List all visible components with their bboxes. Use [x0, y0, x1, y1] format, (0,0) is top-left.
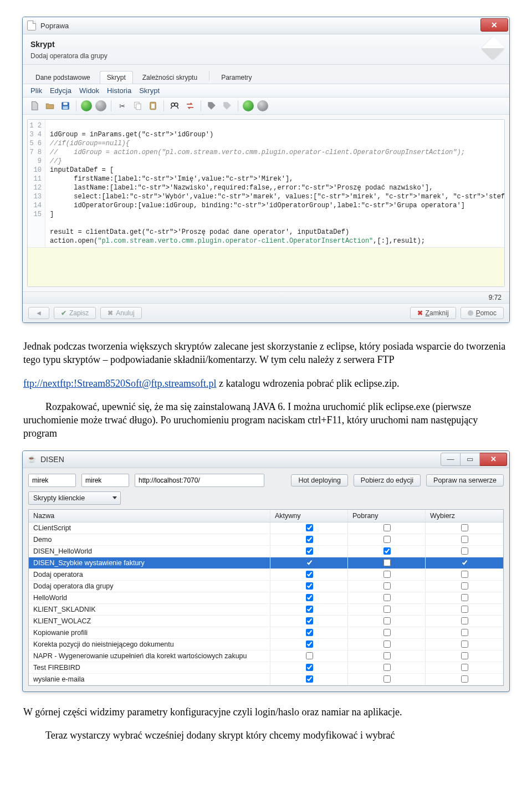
- menu-plik[interactable]: Plik: [30, 86, 42, 95]
- table-row[interactable]: Test FIREBIRD: [29, 662, 503, 674]
- active-checkbox[interactable]: [306, 606, 313, 613]
- active-checkbox[interactable]: [306, 652, 313, 659]
- select-checkbox[interactable]: [461, 559, 468, 566]
- active-checkbox[interactable]: [306, 582, 313, 590]
- col-fetched[interactable]: Pobrany: [348, 510, 426, 521]
- select-checkbox[interactable]: [461, 547, 468, 555]
- table-row[interactable]: DISEN_HelloWorld: [29, 546, 503, 557]
- select-checkbox[interactable]: [461, 594, 468, 601]
- stop-icon[interactable]: [257, 100, 268, 111]
- fetched-checkbox[interactable]: [383, 617, 391, 624]
- table-row[interactable]: HelloWorld: [29, 592, 503, 604]
- tag-icon[interactable]: [206, 100, 218, 112]
- select-checkbox[interactable]: [461, 606, 468, 613]
- col-active[interactable]: Aktywny: [270, 510, 348, 521]
- undo-icon[interactable]: [81, 100, 92, 111]
- table-row[interactable]: CLientScript: [29, 522, 503, 534]
- menu-historia[interactable]: Historia: [107, 86, 131, 95]
- active-checkbox[interactable]: [306, 559, 313, 566]
- titlebar[interactable]: ☕ DISEN — ▭ ✕: [23, 451, 509, 468]
- maximize-button[interactable]: ▭: [461, 453, 480, 466]
- select-checkbox[interactable]: [461, 629, 468, 636]
- select-checkbox[interactable]: [461, 641, 468, 648]
- active-checkbox[interactable]: [306, 547, 313, 555]
- help-button[interactable]: Pomoc: [461, 307, 504, 319]
- fetched-checkbox[interactable]: [383, 594, 391, 601]
- table-row[interactable]: Kopiowanie profili: [29, 627, 503, 639]
- active-checkbox[interactable]: [306, 594, 313, 601]
- tab-1[interactable]: Skrypt: [100, 71, 133, 84]
- fetched-checkbox[interactable]: [383, 629, 391, 636]
- edit-on-server-button[interactable]: Popraw na serwerze: [426, 474, 504, 486]
- fetched-checkbox[interactable]: [383, 571, 391, 578]
- table-row[interactable]: Korekta pozycji do nieistniejącego dokum…: [29, 639, 503, 650]
- table-row[interactable]: wysłanie e-maila: [29, 674, 503, 685]
- run-icon[interactable]: [243, 100, 254, 111]
- fetched-checkbox[interactable]: [383, 582, 391, 590]
- prev-button[interactable]: ◄: [28, 307, 49, 319]
- tab-3[interactable]: Parametry: [214, 71, 259, 84]
- close-button[interactable]: ✖ Zamknij: [410, 307, 456, 319]
- ftp-link[interactable]: ftp://nextftp:!Stream8520Soft@ftp.stream…: [23, 378, 217, 389]
- find-icon[interactable]: [168, 100, 181, 112]
- table-row[interactable]: DISEN_Szybkie wystawienie faktury: [29, 557, 503, 569]
- fetched-checkbox[interactable]: [383, 547, 391, 555]
- table-row[interactable]: Dodaj operatora: [29, 569, 503, 581]
- fetch-for-edit-button[interactable]: Pobierz do edycji: [354, 474, 421, 486]
- col-name[interactable]: Nazwa: [29, 510, 270, 521]
- select-checkbox[interactable]: [461, 571, 468, 578]
- select-checkbox[interactable]: [461, 582, 468, 590]
- paste-icon[interactable]: [147, 100, 159, 112]
- window-close-button[interactable]: ✕: [480, 453, 507, 466]
- select-checkbox[interactable]: [461, 652, 468, 659]
- tag2-icon[interactable]: [221, 100, 233, 112]
- menu-widok[interactable]: Widok: [79, 86, 99, 95]
- open-icon[interactable]: [44, 100, 56, 112]
- fetched-checkbox[interactable]: [383, 641, 391, 648]
- fetched-checkbox[interactable]: [383, 559, 391, 566]
- table-row[interactable]: NAPR - Wygenerowanie uzupełnień dla kore…: [29, 650, 503, 662]
- fetched-checkbox[interactable]: [383, 652, 391, 659]
- code-editor[interactable]: 1 2 3 4 5 6 7 8 9 10 11 12 13 14 15 idGr…: [27, 119, 505, 287]
- active-checkbox[interactable]: [306, 629, 313, 636]
- select-checkbox[interactable]: [461, 664, 468, 671]
- table-row[interactable]: KLIENT_SKLADNIK: [29, 604, 503, 616]
- replace-icon[interactable]: [184, 100, 196, 112]
- fetched-checkbox[interactable]: [383, 664, 391, 671]
- select-checkbox[interactable]: [461, 536, 468, 543]
- active-checkbox[interactable]: [306, 641, 313, 648]
- cancel-button[interactable]: ✖ Anuluj: [100, 307, 141, 319]
- active-checkbox[interactable]: [306, 524, 313, 531]
- select-checkbox[interactable]: [461, 675, 468, 683]
- col-select[interactable]: Wybierz: [426, 510, 503, 521]
- hot-deploying-button[interactable]: Hot deploying: [291, 474, 347, 486]
- password-input[interactable]: [81, 474, 129, 487]
- tab-2[interactable]: Zależności skryptu: [135, 71, 204, 84]
- select-checkbox[interactable]: [461, 524, 468, 531]
- active-checkbox[interactable]: [306, 664, 313, 671]
- menu-edycja[interactable]: Edycja: [50, 86, 71, 95]
- url-input[interactable]: [135, 474, 264, 487]
- fetched-checkbox[interactable]: [383, 675, 391, 683]
- redo-icon[interactable]: [95, 100, 106, 111]
- script-type-combo[interactable]: Skrypty klienckie: [28, 491, 121, 505]
- table-row[interactable]: KLIENT_WOLACZ: [29, 616, 503, 627]
- save-button[interactable]: ✔ Zapisz: [54, 307, 96, 319]
- table-row[interactable]: Dodaj operatora dla grupy: [29, 581, 503, 592]
- minimize-button[interactable]: —: [441, 453, 461, 466]
- cut-icon[interactable]: ✂: [116, 100, 128, 112]
- copy-icon[interactable]: [131, 100, 144, 112]
- new-file-icon[interactable]: [28, 100, 40, 112]
- select-checkbox[interactable]: [461, 617, 468, 624]
- login-input[interactable]: [28, 474, 76, 487]
- active-checkbox[interactable]: [306, 536, 313, 543]
- fetched-checkbox[interactable]: [383, 606, 391, 613]
- table-row[interactable]: Demo: [29, 534, 503, 546]
- active-checkbox[interactable]: [306, 571, 313, 578]
- save-icon[interactable]: [59, 100, 71, 112]
- fetched-checkbox[interactable]: [383, 524, 391, 531]
- code-area[interactable]: idGroup = inParams.get("c-str">'idGroup'…: [45, 120, 504, 247]
- active-checkbox[interactable]: [306, 617, 313, 624]
- window-close-button[interactable]: ✕: [480, 18, 508, 32]
- titlebar[interactable]: Poprawa ✕: [23, 17, 509, 34]
